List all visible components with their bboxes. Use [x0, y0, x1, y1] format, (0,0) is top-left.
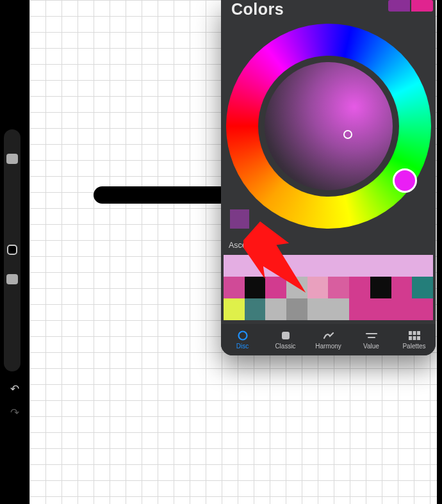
palette-swatch[interactable] — [328, 277, 349, 298]
palette-swatch[interactable] — [286, 298, 307, 320]
previous-color-chip[interactable] — [388, 0, 410, 12]
slider-thumb-opacity[interactable] — [6, 154, 18, 164]
left-sidebar: ↶ ↷ — [0, 0, 29, 504]
slider-thumb-size[interactable] — [7, 245, 17, 255]
palette-swatch[interactable] — [286, 255, 307, 277]
slider-thumb-flow[interactable] — [6, 274, 18, 284]
svg-rect-1 — [282, 332, 290, 339]
palette-swatch[interactable] — [349, 277, 370, 298]
hue-picker-handle[interactable] — [393, 168, 417, 193]
palette-swatch[interactable] — [286, 277, 307, 298]
svg-rect-7 — [409, 336, 412, 340]
palette-swatch[interactable] — [349, 255, 370, 277]
palette-swatch[interactable] — [265, 298, 286, 320]
svg-rect-6 — [417, 331, 420, 335]
harmony-icon — [322, 330, 335, 341]
svg-rect-5 — [413, 331, 416, 335]
svg-rect-8 — [413, 336, 416, 340]
undo-icon[interactable]: ↶ — [0, 382, 29, 396]
redo-icon[interactable]: ↷ — [0, 406, 29, 419]
palette-swatch[interactable] — [265, 255, 286, 277]
svg-point-0 — [238, 332, 247, 340]
palette-swatch[interactable] — [391, 255, 413, 277]
palette-swatch[interactable] — [391, 298, 413, 320]
tab-label: Value — [363, 343, 379, 350]
palette-swatch[interactable] — [245, 255, 266, 277]
color-wheel[interactable] — [226, 24, 431, 229]
tab-label: Disc — [236, 343, 249, 350]
palette-name-label: Ascend — [229, 241, 256, 250]
tab-label: Palettes — [402, 343, 425, 350]
palette-swatch[interactable] — [412, 298, 433, 320]
tab-disc[interactable]: Disc — [221, 324, 264, 355]
palette-swatch[interactable] — [224, 298, 245, 320]
palette-swatch[interactable] — [412, 277, 433, 298]
palette-swatch[interactable] — [307, 277, 329, 298]
palette-swatch[interactable] — [245, 298, 266, 320]
tab-label: Harmony — [315, 343, 341, 350]
palette-swatch[interactable] — [370, 255, 391, 277]
colors-panel: Colors Ascend DiscClassicHarmonyValuePal… — [221, 0, 436, 355]
palette-swatch[interactable] — [245, 277, 266, 298]
palette-swatch[interactable] — [224, 255, 245, 277]
sv-picker-handle[interactable] — [343, 130, 352, 139]
right-edge — [437, 0, 442, 504]
tab-harmony[interactable]: Harmony — [307, 324, 350, 355]
palette-swatch[interactable] — [224, 277, 245, 298]
history-swatch[interactable] — [230, 209, 249, 229]
palette-swatch[interactable] — [370, 298, 391, 320]
palette-swatch[interactable] — [328, 255, 349, 277]
current-color-chip[interactable] — [411, 0, 433, 12]
classic-icon — [281, 330, 291, 341]
tab-classic[interactable]: Classic — [264, 324, 307, 355]
tab-value[interactable]: Value — [350, 324, 393, 355]
palettes-icon — [409, 330, 420, 341]
palette-swatch[interactable] — [265, 277, 286, 298]
palette-swatch[interactable] — [307, 255, 329, 277]
svg-rect-9 — [417, 336, 420, 340]
disc-icon — [237, 330, 249, 341]
svg-rect-4 — [409, 331, 412, 335]
palette-swatch[interactable] — [349, 298, 370, 320]
value-icon — [365, 330, 378, 341]
palette-swatch[interactable] — [370, 277, 391, 298]
color-mode-tabs: DiscClassicHarmonyValuePalettes — [221, 324, 436, 355]
palette-grid — [224, 255, 433, 320]
palette-swatch[interactable] — [412, 255, 433, 277]
tab-label: Classic — [275, 343, 295, 350]
brush-size-slider[interactable] — [4, 129, 20, 371]
palette-swatch[interactable] — [328, 298, 349, 320]
saturation-disc[interactable] — [265, 62, 393, 190]
palette-swatch[interactable] — [307, 298, 329, 320]
palette-swatch[interactable] — [391, 277, 413, 298]
tab-palettes[interactable]: Palettes — [393, 324, 436, 355]
